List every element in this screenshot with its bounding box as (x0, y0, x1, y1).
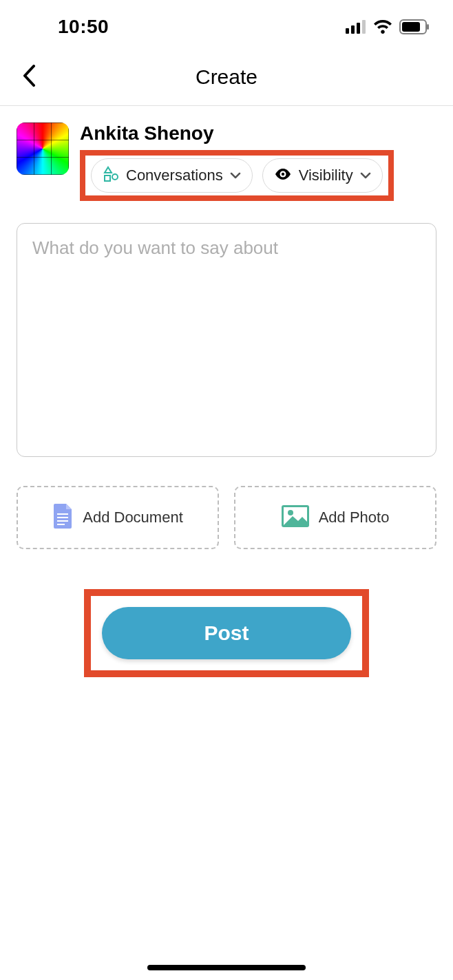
status-icons (346, 19, 430, 34)
shapes-icon (103, 166, 119, 185)
nav-header: Create (0, 48, 453, 106)
conversations-label: Conversations (126, 167, 223, 184)
battery-icon (399, 19, 430, 34)
post-button[interactable]: Post (102, 607, 351, 659)
cellular-icon (346, 20, 366, 34)
back-button[interactable] (14, 62, 44, 92)
eye-icon (274, 168, 292, 183)
wifi-icon (373, 20, 392, 34)
svg-rect-3 (362, 20, 366, 34)
svg-rect-0 (346, 28, 349, 34)
add-photo-label: Add Photo (319, 509, 390, 526)
visibility-label: Visibility (299, 167, 353, 184)
post-highlight: Post (84, 589, 369, 677)
chevron-down-icon (230, 169, 241, 182)
add-photo-button[interactable]: Add Photo (234, 486, 436, 549)
photo-icon (282, 505, 309, 530)
author-name: Ankita Shenoy (80, 122, 394, 145)
compose-textarea[interactable] (17, 223, 436, 457)
svg-rect-5 (402, 22, 420, 32)
visibility-selector[interactable]: Visibility (262, 158, 383, 193)
home-indicator (147, 965, 306, 970)
svg-rect-1 (351, 25, 355, 34)
add-document-label: Add Document (83, 509, 183, 526)
add-document-button[interactable]: Add Document (17, 486, 219, 549)
svg-rect-7 (105, 175, 110, 181)
svg-point-8 (112, 174, 118, 180)
svg-rect-11 (57, 513, 68, 515)
svg-rect-6 (427, 24, 429, 30)
author-row: Ankita Shenoy Conversations Visibility (0, 106, 453, 206)
status-time: 10:50 (23, 16, 109, 38)
svg-rect-14 (57, 524, 65, 525)
conversations-selector[interactable]: Conversations (91, 158, 253, 193)
status-bar: 10:50 (0, 0, 453, 48)
chevron-left-icon (22, 65, 36, 89)
svg-rect-2 (357, 23, 360, 34)
chevron-down-icon (360, 169, 371, 182)
svg-point-10 (281, 173, 284, 175)
svg-point-17 (288, 510, 293, 515)
page-title: Create (196, 65, 257, 89)
attachment-row: Add Document Add Photo (17, 486, 436, 549)
selector-highlight: Conversations Visibility (80, 150, 394, 201)
svg-rect-13 (57, 520, 68, 522)
svg-rect-12 (57, 517, 68, 518)
avatar (17, 122, 69, 175)
document-icon (52, 504, 73, 531)
